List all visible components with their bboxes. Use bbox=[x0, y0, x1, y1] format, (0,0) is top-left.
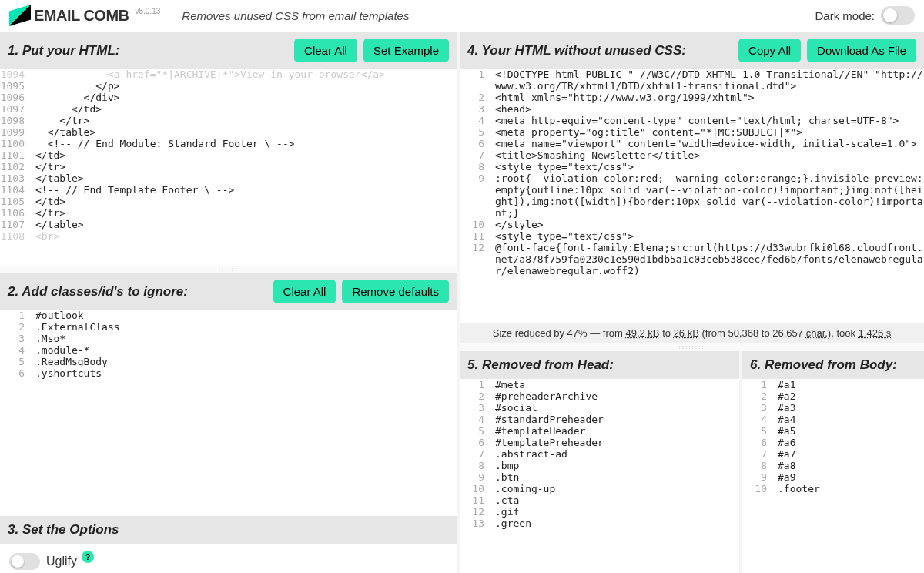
code-line: 5#templateHeader bbox=[460, 425, 739, 437]
app-version: v5.0.13 bbox=[136, 7, 161, 15]
panel-removed-body: 6. Removed from Body: 1#a12#a23#a34#a45#… bbox=[742, 351, 924, 573]
panel-output-html: 4. Your HTML without unused CSS: Copy Al… bbox=[460, 32, 924, 351]
code-line: 11<style type="text/css"> bbox=[460, 230, 924, 242]
ignore-editor[interactable]: 1#outlook2.ExternalClass3.Mso*4.module-*… bbox=[0, 310, 457, 516]
code-line: 1100 <!-- // End Module: Standard Footer… bbox=[0, 138, 457, 149]
code-line: 1097 </td> bbox=[0, 103, 457, 115]
panel-2-title: 2. Add classes/id's to ignore: bbox=[8, 284, 188, 300]
code-line: 2#a2 bbox=[742, 390, 924, 402]
code-line: 13.green bbox=[460, 518, 739, 529]
code-line: 1096 </div> bbox=[0, 92, 457, 103]
code-line: 6#templatePreheader bbox=[460, 437, 739, 448]
code-line: 1095 </p> bbox=[0, 80, 457, 92]
code-line: 9:root{--violation-color:red;--warning-c… bbox=[460, 173, 924, 219]
code-line: 10.footer bbox=[742, 483, 924, 494]
code-line: 12@font-face{font-family:Elena;src:url(h… bbox=[460, 242, 924, 276]
code-line: 12.gif bbox=[460, 506, 739, 518]
removed-body-list[interactable]: 1#a12#a23#a34#a45#a56#a67#a78#a89#a910.f… bbox=[742, 379, 924, 573]
code-line: 4#standardPreheader bbox=[460, 414, 739, 425]
code-line: 7.abstract-ad bbox=[460, 448, 739, 460]
code-line: 8.bmp bbox=[460, 460, 739, 471]
app-header: EMAIL COMB v5.0.13 Removes unused CSS fr… bbox=[0, 0, 924, 32]
code-line: 7#a7 bbox=[742, 448, 924, 460]
code-line: 1108<br> bbox=[0, 230, 457, 242]
panel-removed-head: 5. Removed from Head: 1#meta2#preheaderA… bbox=[460, 351, 742, 573]
panel-options: 3. Set the Options Uglify?Minify? bbox=[0, 516, 457, 573]
input-html-editor[interactable]: 1094 <a href="*|ARCHIVE|*">View in your … bbox=[0, 69, 457, 266]
code-line: 1104<!-- // End Template Footer \ --> bbox=[0, 184, 457, 196]
uglify-toggle[interactable] bbox=[9, 553, 40, 570]
code-line: 1#outlook bbox=[0, 310, 457, 321]
app-name: EMAIL COMB bbox=[34, 7, 129, 25]
clear-all-button-1[interactable]: Clear All bbox=[294, 39, 357, 62]
code-line: 4.module-* bbox=[0, 344, 457, 356]
code-line: 8<style type="text/css"> bbox=[460, 161, 924, 173]
code-line: 2.ExternalClass bbox=[0, 321, 457, 333]
code-line: 4<meta http-equiv="content-type" content… bbox=[460, 115, 924, 126]
code-line: 4#a4 bbox=[742, 414, 924, 425]
code-line: 1107</table> bbox=[0, 219, 457, 230]
code-line: 5#a5 bbox=[742, 425, 924, 437]
code-line: 3<head> bbox=[460, 103, 924, 115]
code-line: 10</style> bbox=[460, 219, 924, 230]
code-line: 1094 <a href="*|ARCHIVE|*">View in your … bbox=[0, 69, 457, 80]
help-icon[interactable]: ? bbox=[82, 551, 94, 563]
removed-head-list[interactable]: 1#meta2#preheaderArchive3#social4#standa… bbox=[460, 379, 739, 573]
option-label: Uglify bbox=[46, 555, 77, 568]
drag-handle-2[interactable]: :::::::: bbox=[460, 343, 924, 351]
code-line: 3#a3 bbox=[742, 402, 924, 414]
code-line: 1101</td> bbox=[0, 149, 457, 161]
code-line: 6#a6 bbox=[742, 437, 924, 448]
option-row: Uglify? bbox=[9, 550, 447, 573]
panel-4-title: 4. Your HTML without unused CSS: bbox=[467, 43, 686, 59]
code-line: 2#preheaderArchive bbox=[460, 390, 739, 402]
code-line: 1105</td> bbox=[0, 196, 457, 207]
logo-icon bbox=[9, 5, 31, 26]
set-example-button[interactable]: Set Example bbox=[363, 39, 449, 62]
panel-3-title: 3. Set the Options bbox=[8, 522, 119, 538]
code-line: 6.yshortcuts bbox=[0, 367, 457, 379]
code-line: 1102</tr> bbox=[0, 161, 457, 173]
code-line: 11.cta bbox=[460, 494, 739, 506]
code-line: 1106</tr> bbox=[0, 207, 457, 219]
code-line: 1098 </tr> bbox=[0, 115, 457, 126]
output-html-viewer[interactable]: 1<!DOCTYPE html PUBLIC "-//W3C//DTD XHTM… bbox=[460, 69, 924, 323]
code-line: 1#meta bbox=[460, 379, 739, 390]
code-line: 5.ReadMsgBody bbox=[0, 356, 457, 367]
app-tagline: Removes unused CSS from email templates bbox=[182, 9, 409, 22]
dark-mode-toggle[interactable] bbox=[881, 6, 915, 25]
dark-mode-label: Dark mode: bbox=[815, 9, 875, 22]
code-line: 1#a1 bbox=[742, 379, 924, 390]
code-line: 1<!DOCTYPE html PUBLIC "-//W3C//DTD XHTM… bbox=[460, 69, 924, 92]
panel-6-title: 6. Removed from Body: bbox=[750, 357, 897, 373]
code-line: 3.Mso* bbox=[0, 333, 457, 344]
panel-5-title: 5. Removed from Head: bbox=[467, 357, 614, 373]
drag-handle-1[interactable]: :::::::: bbox=[0, 266, 457, 273]
code-line: 10.coming-up bbox=[460, 483, 739, 494]
code-line: 9#a9 bbox=[742, 471, 924, 483]
panel-1-title: 1. Put your HTML: bbox=[8, 43, 119, 59]
code-line: 6<meta name="viewport" content="width=de… bbox=[460, 138, 924, 149]
code-line: 7<title>Smashing Newsletter</title> bbox=[460, 149, 924, 161]
code-line: 5<meta property="og:title" content="*|MC… bbox=[460, 126, 924, 138]
clear-all-button-2[interactable]: Clear All bbox=[273, 280, 336, 303]
logo-group: EMAIL COMB v5.0.13 bbox=[9, 5, 160, 26]
code-line: 1099 </table> bbox=[0, 126, 457, 138]
download-file-button[interactable]: Download As File bbox=[807, 39, 916, 62]
panel-ignore-classes: 2. Add classes/id's to ignore: Clear All… bbox=[0, 273, 457, 516]
code-line: 3#social bbox=[460, 402, 739, 414]
code-line: 8#a8 bbox=[742, 460, 924, 471]
code-line: 1103</table> bbox=[0, 173, 457, 184]
copy-all-button[interactable]: Copy All bbox=[738, 39, 801, 62]
stats-bar: Size reduced by 47% — from 49.2 kB to 26… bbox=[460, 323, 924, 343]
code-line: 2<html xmlns="http://www.w3.org/1999/xht… bbox=[460, 92, 924, 103]
remove-defaults-button[interactable]: Remove defaults bbox=[342, 280, 449, 303]
panel-input-html: 1. Put your HTML: Clear All Set Example … bbox=[0, 32, 457, 273]
code-line: 9.btn bbox=[460, 471, 739, 483]
